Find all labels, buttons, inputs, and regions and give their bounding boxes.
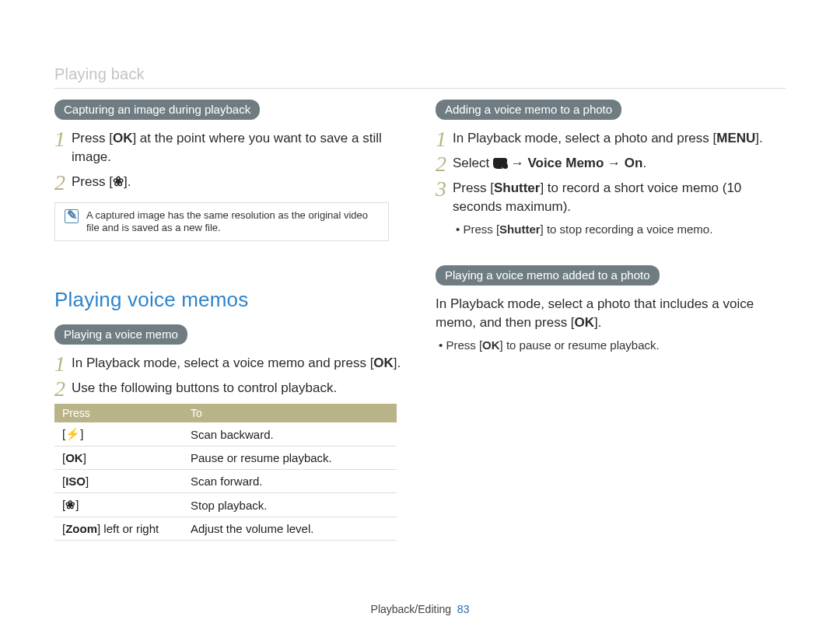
ok-button-label: OK (373, 356, 394, 370)
note-box: ✎ A captured image has the same resoluti… (54, 202, 389, 241)
footer-section: Playback/Editing (371, 603, 452, 615)
paragraph: In Playback mode, select a photo that in… (436, 295, 786, 332)
step-text: Use the following buttons to control pla… (72, 379, 337, 398)
step-text: In Playback mode, select a photo and pre… (453, 129, 763, 148)
step-text: Press [OK] at the point where you want t… (72, 129, 404, 166)
two-column-layout: Capturing an image during playback 1 Pre… (54, 100, 786, 541)
step: 1 Press [OK] at the point where you want… (54, 129, 404, 166)
arrow: → (507, 156, 527, 170)
tools-icon (493, 158, 507, 169)
table-header-to: To (183, 404, 397, 422)
table-row: [Zoom] left or right Adjust the volume l… (54, 517, 397, 541)
text: ] to stop recording a voice memo. (541, 222, 713, 236)
press-cell: [Zoom] left or right (54, 517, 183, 541)
section-pill-capturing: Capturing an image during playback (54, 100, 260, 120)
step: 2 Select → Voice Memo → On. (436, 154, 786, 173)
step: 2 Use the following buttons to control p… (54, 379, 404, 398)
step-number: 2 (54, 379, 72, 398)
press-cell: [OK] (54, 447, 183, 470)
text: ]. (755, 131, 762, 145)
arrow: → (604, 156, 624, 170)
step: 3 Press [Shutter] to record a short voic… (436, 179, 786, 216)
step-number: 3 (436, 179, 453, 198)
section-pill-adding-voice-memo: Adding a voice memo to a photo (436, 100, 621, 120)
section-pill-playing-voice-memo: Playing a voice memo (54, 324, 187, 345)
table-row: [⚡] Scan backward. (54, 422, 397, 447)
iso-button-label: ISO (65, 475, 86, 488)
shutter-button-label: Shutter (494, 180, 541, 195)
step-text: In Playback mode, select a voice memo an… (72, 354, 401, 373)
right-column: Adding a voice memo to a photo 1 In Play… (436, 100, 786, 541)
text: Select (453, 156, 493, 170)
step: 2 Press [❀]. (54, 173, 404, 191)
bolt-icon: ⚡ (65, 427, 80, 440)
ok-button-label: OK (65, 451, 83, 464)
step-number: 2 (436, 154, 453, 173)
flower-icon: ❀ (113, 174, 124, 189)
playback-controls-table: Press To [⚡] Scan backward. [OK] Pause o… (54, 404, 397, 541)
step-text: Select → Voice Memo → On. (453, 154, 646, 173)
text: • Press [ (456, 222, 499, 236)
press-cell: [⚡] (54, 422, 183, 447)
text: In Playback mode, select a voice memo an… (72, 356, 373, 370)
step-text: Press [❀]. (72, 173, 131, 191)
text: • Press [ (439, 338, 482, 352)
section-pill-playing-added-memo: Playing a voice memo added to a photo (436, 265, 660, 285)
text: ] to pause or resume playback. (500, 338, 660, 352)
page-number: 83 (457, 603, 470, 615)
step-number: 1 (54, 129, 72, 148)
to-cell: Scan backward. (183, 422, 397, 447)
left-column: Capturing an image during playback 1 Pre… (54, 100, 404, 541)
text: ]. (124, 174, 131, 189)
step: 1 In Playback mode, select a photo and p… (436, 129, 786, 148)
text: Press [ (453, 180, 494, 195)
flower-icon: ❀ (65, 498, 75, 511)
press-cell: [ISO] (54, 470, 183, 493)
table-row: [ISO] Scan forward. (54, 470, 397, 493)
breadcrumb: Playing back (54, 65, 786, 83)
text: ]. (594, 315, 601, 330)
text: . (642, 156, 646, 170)
on-label: On (625, 156, 643, 170)
to-cell: Scan forward. (183, 470, 397, 493)
text: ]. (394, 356, 401, 370)
text: Press [ (72, 131, 113, 145)
menu-button-label: MENU (716, 131, 755, 145)
step-number: 1 (436, 129, 453, 148)
page-footer: Playback/Editing 83 (0, 603, 840, 615)
text: Press [ (72, 174, 113, 189)
ok-button-label: OK (575, 315, 595, 330)
step-number: 2 (54, 173, 72, 191)
sub-bullet: • Press [Shutter] to stop recording a vo… (456, 222, 786, 236)
table-header-press: Press (54, 404, 183, 422)
to-cell: Adjust the volume level. (183, 517, 397, 541)
text: In Playback mode, select a photo and pre… (453, 131, 716, 145)
manual-page: Playing back Capturing an image during p… (0, 0, 840, 634)
zoom-button-label: Zoom (65, 522, 97, 535)
divider (54, 88, 786, 89)
note-icon: ✎ (65, 209, 79, 223)
step-number: 1 (54, 354, 72, 373)
to-cell: Pause or resume playback. (183, 447, 397, 470)
note-text: A captured image has the same resolution… (86, 209, 379, 234)
table-row: [OK] Pause or resume playback. (54, 447, 397, 470)
to-cell: Stop playback. (183, 493, 397, 517)
press-cell: [❀] (54, 493, 183, 517)
step-text: Press [Shutter] to record a short voice … (453, 179, 786, 216)
ok-button-label: OK (482, 338, 500, 352)
shutter-button-label: Shutter (499, 222, 541, 236)
table-row: [❀] Stop playback. (54, 493, 397, 517)
step: 1 In Playback mode, select a voice memo … (54, 354, 404, 373)
voice-memo-label: Voice Memo (527, 156, 604, 170)
sub-bullet: • Press [OK] to pause or resume playback… (439, 338, 786, 352)
ok-button-label: OK (113, 131, 133, 145)
section-heading-playing-voice-memos: Playing voice memos (54, 288, 404, 312)
